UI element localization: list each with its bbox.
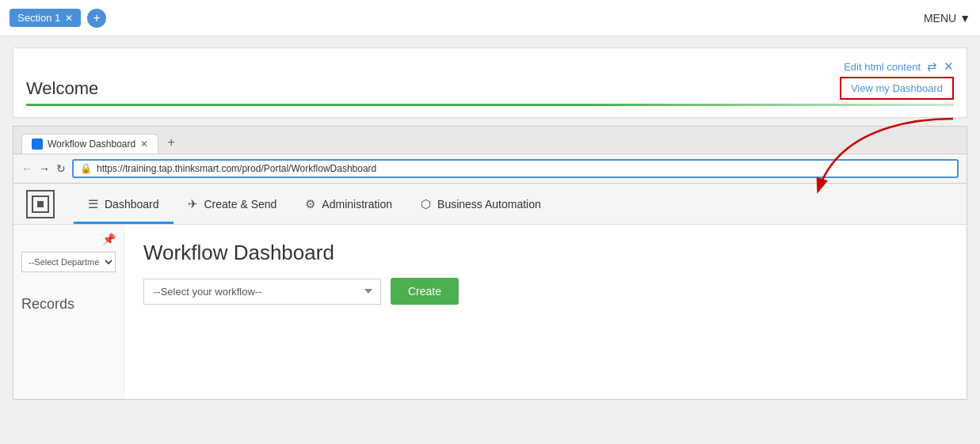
browser-mockup: Workflow Dashboard ✕ + ← → ↻ 🔒 https://t… [13,126,967,400]
url-text: https://training.tap.thinksmart.com/prod… [97,163,376,174]
create-button[interactable]: Create [391,278,459,305]
section-tab[interactable]: Section 1 ✕ [10,9,81,27]
app-logo-center [37,201,44,207]
tab-close-icon[interactable]: ✕ [140,139,148,150]
create-send-icon: ✈ [188,197,198,211]
menu-button[interactable]: MENU ▼ [924,12,970,25]
welcome-title: Welcome [26,78,954,99]
menu-arrow-icon: ▼ [959,12,970,25]
administration-label: Administration [322,198,392,211]
dashboard-label: Dashboard [105,198,159,211]
browser-tab-active[interactable]: Workflow Dashboard ✕ [21,134,158,154]
workflow-select[interactable]: --Select your workflow-- [143,279,381,305]
nav-item-create-send[interactable]: ✈ Create & Send [174,184,292,224]
department-select[interactable]: --Select Department-- [21,252,116,272]
nav-refresh-button[interactable]: ↻ [56,162,66,175]
nav-item-administration[interactable]: ⚙ Administration [291,184,406,224]
view-dashboard-button[interactable]: View my Dashboard [840,77,954,100]
app-logo [26,190,55,218]
app-sidebar: 📌 --Select Department-- Records [13,225,124,399]
browser-chrome: Workflow Dashboard ✕ + [13,127,967,154]
sidebar-pin-icon[interactable]: 📌 [21,233,116,245]
address-bar-input[interactable]: 🔒 https://training.tap.thinksmart.com/pr… [72,159,959,178]
browser-content: ☰ Dashboard ✈ Create & Send ⚙ Administra… [13,184,967,399]
menu-label: MENU [924,12,956,25]
tab-label: Workflow Dashboard [48,139,135,150]
lock-icon: 🔒 [80,163,92,174]
welcome-panel-topbar: Edit html content ⇄ ✕ [26,59,954,74]
business-automation-label: Business Automation [437,198,541,211]
nav-item-dashboard[interactable]: ☰ Dashboard [74,184,174,224]
dashboard-icon: ☰ [88,197,98,211]
workflow-controls: --Select your workflow-- Create [143,278,948,305]
welcome-panel: Edit html content ⇄ ✕ Welcome View my Da… [13,47,967,118]
app-logo-inner [32,195,49,213]
nav-back-button[interactable]: ← [21,162,32,175]
business-automation-icon: ⬡ [421,197,431,211]
nav-forward-button[interactable]: → [39,162,50,175]
nav-item-business-automation[interactable]: ⬡ Business Automation [406,184,555,224]
app-navbar: ☰ Dashboard ✈ Create & Send ⚙ Administra… [13,184,967,225]
administration-icon: ⚙ [305,197,315,211]
close-panel-icon[interactable]: ✕ [944,59,954,74]
new-tab-button[interactable]: + [160,131,182,154]
section-tab-label: Section 1 [17,12,60,24]
top-bar-left: Section 1 ✕ + [10,9,106,28]
browser-tabs: Workflow Dashboard ✕ + [21,131,959,154]
workflow-dashboard-title: Workflow Dashboard [143,241,948,265]
swap-icon[interactable]: ⇄ [927,59,937,74]
add-section-button[interactable]: + [87,9,106,28]
app-content: 📌 --Select Department-- Records Workflow… [13,225,967,399]
browser-address-bar: ← → ↻ 🔒 https://training.tap.thinksmart.… [13,154,967,184]
edit-html-label[interactable]: Edit html content [844,61,921,73]
top-bar: Section 1 ✕ + MENU ▼ [0,0,980,36]
nav-items: ☰ Dashboard ✈ Create & Send ⚙ Administra… [74,184,555,224]
create-send-label: Create & Send [204,198,277,211]
section-tab-close-icon[interactable]: ✕ [65,13,73,24]
app-main: Workflow Dashboard --Select your workflo… [124,225,967,399]
sidebar-records-label: Records [21,296,116,313]
welcome-underline [26,104,954,106]
tab-favicon [32,139,43,150]
